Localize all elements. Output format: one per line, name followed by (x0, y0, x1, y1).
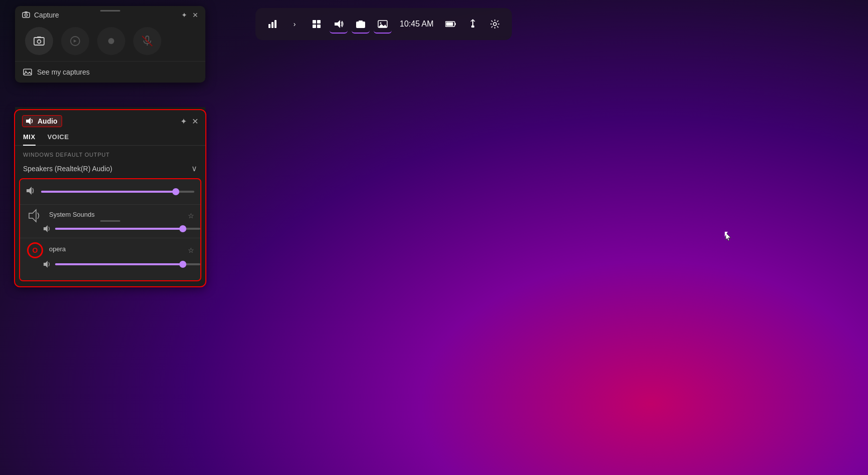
opera-icon-area: O (26, 242, 44, 258)
system-sounds-volume-fill (55, 228, 183, 230)
capture-tools (15, 23, 205, 61)
pin-icon[interactable]: ✦ (181, 11, 187, 19)
svg-marker-13 (378, 24, 387, 28)
svg-marker-7 (335, 20, 340, 28)
system-sounds-icon-area (26, 209, 44, 223)
master-volume-icon (26, 186, 36, 197)
top-bar: › 10:45 AM (255, 8, 512, 40)
capture-panel-header: Capture ✦ ✕ (15, 6, 205, 23)
opera-name: opera (49, 245, 183, 253)
capture-title-text: Capture (34, 11, 59, 19)
opera-info: opera (49, 245, 183, 256)
audio-panel-header: Audio ✦ ✕ (15, 110, 205, 131)
screenshot-icon (33, 35, 45, 47)
system-sounds-vol-icon (43, 225, 51, 233)
screenshot-button[interactable] (25, 27, 53, 55)
opera-volume-fill (55, 263, 183, 265)
camera-icon[interactable] (352, 16, 370, 34)
svg-rect-25 (34, 38, 44, 45)
mic-mute-icon (141, 35, 153, 47)
svg-rect-24 (25, 12, 28, 13)
mic-mute-button[interactable] (133, 27, 161, 55)
opera-star-icon[interactable]: ☆ (188, 246, 194, 254)
system-sounds-name: System Sounds (49, 211, 183, 218)
audio-device-select[interactable]: Speakers (Realtek(R) Audio) ∨ (15, 161, 205, 179)
master-volume-slider[interactable] (41, 191, 194, 193)
system-sounds-slider-row (20, 225, 200, 238)
audio-close-icon[interactable]: ✕ (192, 117, 198, 126)
record-icon (69, 35, 81, 47)
master-volume-row (20, 179, 200, 204)
capture-panel: Capture ✦ ✕ (15, 6, 205, 83)
svg-rect-10 (359, 21, 363, 22)
svg-rect-6 (317, 25, 321, 28)
svg-rect-22 (23, 13, 30, 18)
record-circle-button[interactable] (97, 27, 125, 55)
master-volume-thumb[interactable] (172, 188, 179, 195)
opera-vol-icon (43, 260, 51, 268)
svg-marker-35 (26, 118, 31, 125)
close-icon[interactable]: ✕ (192, 11, 198, 19)
system-sounds-icon (28, 209, 42, 223)
grid-icon[interactable] (308, 15, 326, 33)
audio-icon (26, 117, 34, 125)
audio-section-label: WINDOWS DEFAULT OUTPUT (15, 146, 205, 161)
svg-rect-16 (446, 23, 453, 26)
svg-marker-37 (29, 210, 36, 222)
record-circle-icon (105, 35, 117, 47)
system-sounds-volume-slider[interactable] (55, 228, 200, 230)
svg-rect-33 (24, 69, 32, 75)
opera-volume-thumb[interactable] (179, 261, 186, 268)
svg-rect-27 (37, 37, 41, 38)
svg-point-21 (493, 23, 496, 26)
svg-rect-15 (455, 23, 456, 25)
audio-device-arrow-icon: ∨ (191, 164, 197, 173)
capture-panel-title: Capture (22, 11, 59, 19)
audio-pin-icon[interactable]: ✦ (180, 117, 187, 126)
svg-rect-3 (313, 20, 316, 24)
tab-voice[interactable]: VOICE (48, 133, 69, 145)
tab-mix[interactable]: MIX (23, 133, 36, 146)
see-captures-button[interactable]: See my captures (15, 61, 205, 83)
record-button[interactable] (61, 27, 89, 55)
clock-time: 10:45 AM (400, 20, 434, 29)
gallery-small-icon (23, 68, 32, 77)
svg-point-26 (38, 40, 41, 44)
audio-panel-title: Audio (22, 115, 62, 127)
svg-rect-4 (317, 20, 321, 24)
svg-rect-2 (274, 20, 276, 28)
audio-drag-handle (100, 220, 120, 222)
audio-tabs: MIX VOICE (15, 131, 205, 146)
battery-icon (442, 15, 460, 33)
audio-panel: Audio ✦ ✕ MIX VOICE WINDOWS DEFAULT OUTP… (15, 110, 205, 286)
svg-point-12 (380, 23, 382, 24)
svg-point-23 (25, 14, 28, 17)
svg-rect-0 (268, 24, 270, 28)
master-volume-fill (41, 191, 176, 193)
mixer-bottom-spacing (20, 273, 200, 280)
chart-icon[interactable] (263, 15, 281, 33)
audio-panel-actions: ✦ ✕ (180, 117, 198, 126)
drag-handle (100, 10, 120, 12)
gallery-icon[interactable] (374, 16, 392, 34)
system-sounds-volume-thumb[interactable] (179, 225, 186, 232)
svg-marker-39 (44, 261, 48, 268)
svg-point-29 (108, 38, 114, 44)
system-sounds-star-icon[interactable]: ☆ (188, 212, 194, 220)
volume-icon[interactable] (330, 16, 348, 34)
opera-slider-row (20, 260, 200, 273)
capture-icon (22, 11, 30, 19)
see-captures-label: See my captures (37, 68, 90, 76)
audio-title-text: Audio (38, 117, 58, 125)
audio-device-name: Speakers (Realtek(R) Audio) (23, 165, 112, 173)
usb-icon (464, 15, 482, 33)
opera-icon: O (27, 242, 43, 258)
svg-rect-20 (471, 26, 474, 28)
settings-icon[interactable] (486, 15, 504, 33)
svg-marker-36 (27, 187, 32, 195)
capture-panel-actions: ✦ ✕ (181, 11, 198, 19)
chevron-right-icon[interactable]: › (285, 15, 304, 33)
volume-mixer: System Sounds ☆ O opera ☆ (20, 179, 200, 280)
svg-rect-1 (271, 22, 273, 28)
opera-volume-slider[interactable] (55, 263, 200, 265)
